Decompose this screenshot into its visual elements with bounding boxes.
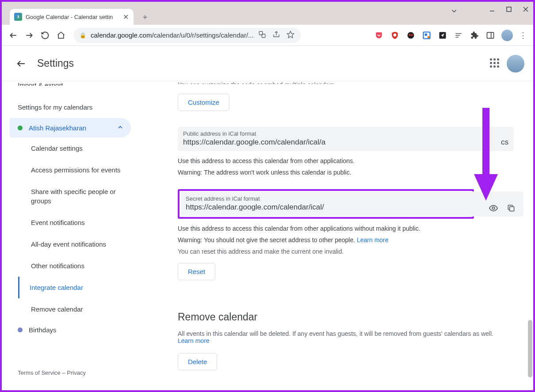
lock-icon: 🔒 [80, 32, 86, 38]
sidebar-subitem-share[interactable]: Share with specific people or groups [19, 181, 134, 212]
svg-rect-1 [507, 7, 511, 11]
page-title: Settings [37, 57, 74, 69]
reload-icon[interactable] [40, 30, 50, 41]
home-icon[interactable] [56, 30, 66, 41]
browser-tab[interactable]: 3 Google Calendar - Calendar settin ✕ [10, 9, 134, 25]
browser-toolbar: 🔒 calendar.google.com/calendar/u/0/r/set… [2, 25, 533, 46]
field-value-trailing: cs [501, 138, 508, 147]
profile-avatar-small[interactable] [501, 30, 513, 41]
secret-address-help: Use this address to access this calendar… [178, 225, 524, 232]
delete-button[interactable]: Delete [178, 353, 217, 370]
privacy-link[interactable]: Privacy [67, 369, 86, 376]
close-tab-icon[interactable]: ✕ [122, 13, 129, 20]
sidebar-subitem-calendar-settings[interactable]: Calendar settings [19, 137, 134, 159]
kebab-menu-icon[interactable]: ⋮ [519, 30, 527, 40]
remove-calendar-heading: Remove calendar [178, 311, 524, 323]
sidebar-calendar-item-active[interactable]: Atish Rajasekharan [10, 118, 131, 137]
browser-titlebar: 3 Google Calendar - Calendar settin ✕ ＋ [2, 2, 533, 25]
svg-point-23 [492, 207, 495, 209]
account-avatar[interactable] [507, 55, 524, 72]
svg-marker-8 [287, 31, 294, 38]
sidebar-subitem-allday-notifications[interactable]: All-day event notifications [19, 233, 134, 255]
calendar-color-dot [18, 327, 23, 332]
forward-icon[interactable] [24, 30, 34, 41]
copy-icon[interactable] [502, 199, 520, 217]
svg-rect-20 [487, 32, 494, 38]
customize-button[interactable]: Customize [178, 94, 229, 111]
sidebar-calendar-item-birthdays[interactable]: Birthdays [2, 320, 134, 340]
calendar-name: Birthdays [29, 326, 57, 334]
extensions-puzzle-icon[interactable] [470, 30, 479, 40]
extension-icon-3[interactable] [406, 30, 416, 40]
svg-rect-14 [425, 33, 427, 35]
sidebar-subitem-event-notifications[interactable]: Event notifications [19, 212, 134, 233]
learn-more-link[interactable]: Learn more [357, 236, 389, 244]
google-apps-icon[interactable] [490, 58, 500, 68]
svg-point-10 [408, 32, 414, 38]
svg-marker-25 [474, 174, 498, 201]
field-value: https://calendar.google.com/calendar/ica… [186, 203, 466, 212]
public-address-field[interactable]: Public address in iCal format https://ca… [178, 127, 514, 151]
chevron-down-icon[interactable] [450, 7, 458, 17]
address-bar[interactable]: 🔒 calendar.google.com/calendar/u/0/r/set… [73, 28, 301, 43]
pocket-extension-icon[interactable] [374, 30, 384, 40]
calendar-name: Atish Rajasekharan [29, 124, 86, 132]
ublock-extension-icon[interactable] [390, 30, 400, 40]
field-label: Public address in iCal format [183, 130, 508, 137]
calendar-favicon: 3 [14, 13, 22, 21]
arrow-annotation [470, 108, 501, 205]
close-window-icon[interactable] [523, 6, 529, 14]
highlight-annotation: Secret address in iCal format https://ca… [178, 189, 474, 219]
tab-title: Google Calendar - Calendar settin [26, 14, 122, 20]
star-icon[interactable] [287, 30, 294, 40]
reset-help-text: You can reset this address and make the … [178, 248, 524, 255]
maximize-icon[interactable] [506, 6, 512, 14]
extension-icon-4[interactable] [422, 30, 432, 40]
sidebar-subitem-other-notifications[interactable]: Other notifications [19, 255, 134, 277]
svg-point-9 [394, 33, 397, 36]
svg-point-12 [411, 34, 413, 36]
svg-point-15 [428, 36, 430, 38]
minimize-icon[interactable] [489, 6, 495, 14]
sidebar-subitem-remove-calendar[interactable]: Remove calendar [19, 298, 134, 320]
field-value: https://calendar.google.com/calendar/ica… [183, 138, 508, 147]
sidebar-subitem-integrate-calendar[interactable]: Integrate calendar [18, 277, 134, 298]
reset-button[interactable]: Reset [178, 263, 215, 280]
extension-icon-5[interactable] [438, 30, 447, 40]
secret-address-field[interactable]: Secret address in iCal format https://ca… [180, 192, 471, 216]
calendar-color-dot [18, 126, 23, 130]
settings-content: You can customize the code or embed mult… [134, 81, 533, 390]
translate-icon[interactable] [258, 30, 266, 40]
svg-rect-24 [510, 206, 514, 211]
learn-more-link[interactable]: Learn more [178, 337, 210, 344]
secret-address-warning: Warning: You should not give the secret … [178, 236, 524, 244]
sidepanel-icon[interactable] [485, 30, 495, 40]
chevron-up-icon [117, 124, 124, 132]
back-icon[interactable] [8, 30, 19, 41]
url-text: calendar.google.com/calendar/u/0/r/setti… [91, 31, 254, 39]
svg-point-11 [409, 34, 410, 36]
sidebar-footer: Terms of Service – Privacy [2, 369, 134, 381]
field-label: Secret address in iCal format [186, 195, 466, 202]
extension-icon-6[interactable] [454, 30, 463, 40]
truncated-help-text: You can customize the code or embed mult… [178, 81, 524, 84]
app-header: Settings [2, 46, 533, 81]
scrollbar-thumb[interactable] [528, 320, 532, 377]
terms-link[interactable]: Terms of Service [18, 369, 61, 376]
remove-calendar-body: All events in this calendar will be dele… [178, 330, 505, 344]
sidebar-subitem-access-permissions[interactable]: Access permissions for events [19, 159, 134, 181]
settings-sidebar: Import & export Settings for my calendar… [2, 81, 134, 390]
scrollbar[interactable] [526, 81, 532, 390]
new-tab-button[interactable]: ＋ [139, 11, 151, 23]
settings-back-arrow-icon[interactable] [12, 55, 30, 72]
sidebar-section-heading: Settings for my calendars [2, 86, 134, 118]
sidebar-item-import-export[interactable]: Import & export [2, 81, 134, 86]
share-icon[interactable] [272, 30, 280, 40]
